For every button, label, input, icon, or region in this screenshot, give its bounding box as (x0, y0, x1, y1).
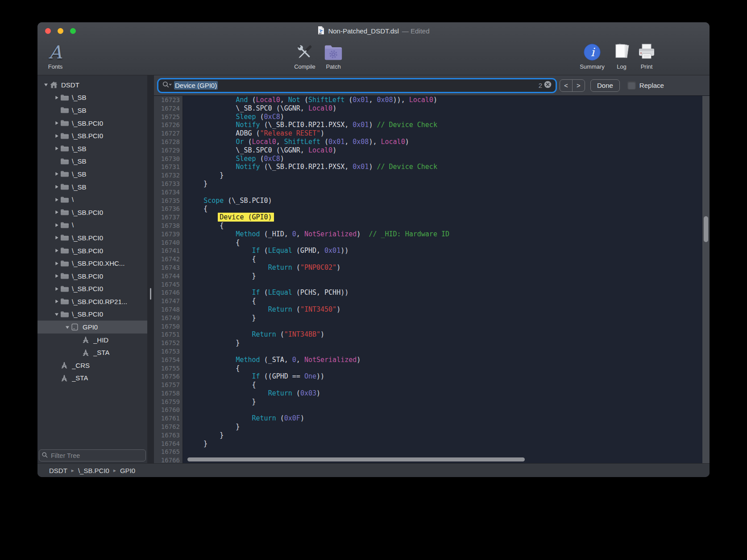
code-line[interactable]: 16753 (154, 347, 710, 356)
code-line[interactable]: 16734 (154, 188, 710, 197)
log-button[interactable]: Log (610, 42, 633, 70)
code-line[interactable]: 16741 If (LEqual (GPHD, 0x01)) (154, 247, 710, 255)
splitter[interactable] (147, 75, 154, 463)
code-line[interactable]: 16749 } (154, 314, 710, 322)
code-line[interactable]: 16760 (154, 406, 710, 414)
code-line[interactable]: 16757 { (154, 381, 710, 389)
code-line[interactable]: 16735 Scope (\_SB.PCI0) (154, 197, 710, 205)
sidebar-item-hid[interactable]: _HID (37, 334, 147, 346)
disclosure-right-icon[interactable] (53, 146, 60, 151)
code-line[interactable]: 16731 Notify (\_SB.PCI0.RP21.PXSX, 0x01)… (154, 163, 710, 171)
code-line[interactable]: 16727 ADBG ("Release RESET") (154, 129, 710, 138)
code-line[interactable]: 16763 } (154, 431, 710, 440)
sidebar-item-crs[interactable]: _CRS (37, 359, 147, 372)
code-line[interactable]: 16748 Return ("INT3450") (154, 305, 710, 314)
disclosure-right-icon[interactable] (53, 235, 60, 240)
sidebar-item-[interactable]: \ (37, 219, 147, 232)
code-line[interactable]: 16744 } (154, 272, 710, 280)
sidebar-item-sb[interactable]: \_SB (37, 142, 147, 155)
disclosure-down-icon[interactable] (63, 325, 71, 329)
breadcrumb-item[interactable]: DSDT (49, 467, 67, 474)
code-line[interactable]: 16751 Return ("INT34BB") (154, 330, 710, 339)
patch-button[interactable]: Patch (320, 42, 346, 70)
done-button[interactable]: Done (590, 79, 620, 92)
code-editor[interactable]: 16723 And (Local0, Not (ShiftLeft (0x01,… (154, 96, 710, 463)
code-line[interactable]: 16730 Sleep (0xC8) (154, 155, 710, 163)
code-line[interactable]: 16765 (154, 448, 710, 456)
code-line[interactable]: 16761 Return (0x0F) (154, 414, 710, 423)
sidebar-item-sbpci0[interactable]: \_SB.PCI0 (37, 129, 147, 142)
search-input[interactable]: Device (GPI0) 2 (158, 79, 556, 92)
disclosure-right-icon[interactable] (53, 287, 60, 291)
sidebar-item-sbpci0[interactable]: \_SB.PCI0 (37, 270, 147, 283)
sidebar-item-sbpci0xhc[interactable]: \_SB.PCI0.XHC... (37, 257, 147, 270)
sidebar-item-sbpci0rp21[interactable]: \_SB.PCI0.RP21... (37, 295, 147, 308)
disclosure-right-icon[interactable] (53, 185, 60, 189)
sidebar-item-sbpci0[interactable]: \_SB.PCI0 (37, 244, 147, 257)
code-line[interactable]: 16764 } (154, 440, 710, 448)
code-line[interactable]: 16750 (154, 322, 710, 331)
disclosure-right-icon[interactable] (53, 121, 60, 125)
disclosure-right-icon[interactable] (53, 95, 60, 100)
minimize-button[interactable] (58, 28, 63, 34)
horizontal-scrollbar-thumb[interactable] (187, 457, 525, 461)
code-line[interactable]: 16746 If (LEqual (PCHS, PCHH)) (154, 288, 710, 297)
code-line[interactable]: 16738 { (154, 222, 710, 230)
search-menu-icon[interactable] (162, 81, 172, 90)
disclosure-down-icon[interactable] (53, 312, 60, 317)
code-line[interactable]: 16726 Notify (\_SB.PCI0.RP21.PXSX, 0x01)… (154, 121, 710, 129)
summary-button[interactable]: i Summary (577, 42, 608, 70)
vertical-scrollbar-thumb[interactable] (704, 216, 708, 242)
code-line[interactable]: 16729 \_SB.SPC0 (\GGNR, Local0) (154, 146, 710, 155)
disclosure-right-icon[interactable] (53, 198, 60, 202)
fonts-button[interactable]: A Fonts (41, 42, 70, 70)
code-line[interactable]: 16736 { (154, 205, 710, 213)
disclosure-right-icon[interactable] (53, 172, 60, 176)
code-line[interactable]: 16747 { (154, 297, 710, 305)
sidebar-item-dsdt[interactable]: DSDT (37, 78, 147, 91)
close-button[interactable] (45, 28, 51, 34)
find-next-button[interactable]: > (573, 80, 585, 91)
disclosure-right-icon[interactable] (53, 274, 60, 278)
sidebar-item-sta[interactable]: _STA (37, 346, 147, 359)
sidebar-item-sbpci0[interactable]: \_SB.PCI0 (37, 117, 147, 130)
code-line[interactable]: 16739 Method (_HID, 0, NotSerialized) //… (154, 230, 710, 239)
code-line[interactable]: 16759 } (154, 398, 710, 406)
zoom-button[interactable] (70, 28, 76, 34)
find-previous-button[interactable]: < (560, 80, 573, 91)
sidebar-item-sta[interactable]: _STA (37, 372, 147, 385)
sidebar-item-sb[interactable]: \_SB (37, 104, 147, 117)
breadcrumb-item[interactable]: \_SB.PCI0 (78, 467, 109, 474)
code-line[interactable]: 16737 Device (GPI0) (154, 213, 710, 222)
disclosure-down-icon[interactable] (42, 82, 50, 87)
code-line[interactable]: 16755 { (154, 364, 710, 373)
disclosure-right-icon[interactable] (53, 223, 60, 227)
breadcrumb-item[interactable]: GPI0 (120, 467, 135, 474)
code-line[interactable]: 16723 And (Local0, Not (ShiftLeft (0x01,… (154, 96, 710, 104)
disclosure-right-icon[interactable] (53, 248, 60, 253)
sidebar-item-[interactable]: \ (37, 193, 147, 206)
code-line[interactable]: 16742 { (154, 255, 710, 264)
code-line[interactable]: 16728 Or (Local0, ShiftLeft (0x01, 0x08)… (154, 138, 710, 146)
code-line[interactable]: 16732 } (154, 171, 710, 180)
code-line[interactable]: 16725 Sleep (0xC8) (154, 113, 710, 121)
filter-tree-input[interactable] (50, 452, 143, 460)
code-line[interactable]: 16752 } (154, 339, 710, 347)
clear-search-icon[interactable] (544, 81, 552, 90)
code-line[interactable]: 16733 } (154, 180, 710, 188)
code-line[interactable]: 16745 (154, 280, 710, 289)
sidebar-item-sb[interactable]: \_SB (37, 155, 147, 168)
code-line[interactable]: 16754 Method (_STA, 0, NotSerialized) (154, 356, 710, 364)
code-line[interactable]: 16762 } (154, 423, 710, 431)
vertical-scrollbar[interactable] (702, 96, 710, 463)
sidebar-item-sb[interactable]: \_SB (37, 91, 147, 104)
sidebar-item-sbpci0[interactable]: \_SB.PCI0 (37, 231, 147, 244)
sidebar-item-sb[interactable]: \_SB (37, 168, 147, 181)
code-line[interactable]: 16743 Return ("PNP0C02") (154, 264, 710, 272)
sidebar-item-sb[interactable]: \_SB (37, 181, 147, 194)
sidebar-item-sbpci0[interactable]: \_SB.PCI0 (37, 206, 147, 219)
sidebar-item-gpi0[interactable]: GPI0 (37, 321, 147, 334)
disclosure-right-icon[interactable] (53, 261, 60, 266)
code-line[interactable]: 16740 { (154, 239, 710, 247)
print-button[interactable]: Print (635, 42, 659, 70)
